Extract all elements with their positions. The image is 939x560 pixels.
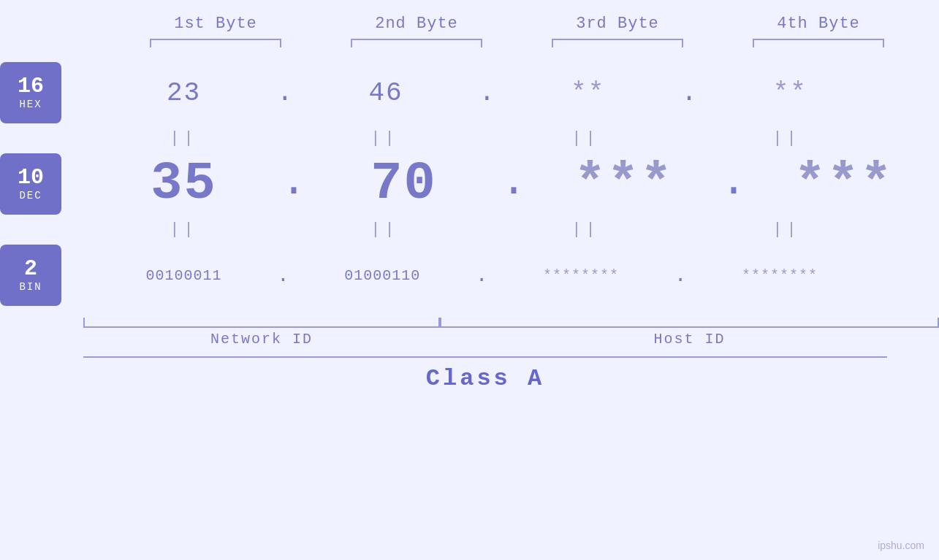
hex-base-box: 16 HEX bbox=[0, 62, 61, 123]
header-byte4: 4th Byte bbox=[718, 15, 919, 33]
top-bracket-row bbox=[0, 39, 939, 47]
bottom-bracket-row bbox=[0, 318, 939, 328]
eq1-b1: || bbox=[83, 129, 284, 147]
hex-base-label: HEX bbox=[19, 99, 42, 110]
eq2-b1: || bbox=[83, 220, 284, 239]
eq1-b3: || bbox=[485, 129, 686, 147]
bin-row: 2 BIN 00100011 . 01000110 . ******** . *… bbox=[0, 245, 939, 306]
bracket-b4 bbox=[718, 39, 919, 47]
eq1-b2: || bbox=[284, 129, 485, 147]
bin-base-label: BIN bbox=[19, 281, 42, 293]
bin-b4-cell: ******** bbox=[679, 267, 880, 284]
eq1-b4: || bbox=[686, 129, 887, 147]
bin-b3-value: ******** bbox=[543, 267, 619, 284]
bin-b2-value: 01000110 bbox=[344, 267, 420, 284]
network-bracket bbox=[83, 318, 440, 328]
dec-row: 10 DEC 35 . 70 . *** . *** bbox=[0, 153, 939, 215]
dec-b2-value: 70 bbox=[370, 154, 436, 214]
header-byte1: 1st Byte bbox=[115, 15, 316, 33]
host-id-label: Host ID bbox=[440, 331, 939, 348]
eq2-b3: || bbox=[485, 220, 686, 239]
hex-b1-value: 23 bbox=[167, 78, 201, 108]
hex-row: 16 HEX 23 . 46 . ** . ** bbox=[0, 62, 939, 123]
dec-b1-cell: 35 bbox=[83, 154, 284, 214]
class-label: Class A bbox=[426, 365, 544, 392]
hex-b1-cell: 23 bbox=[83, 78, 284, 108]
dec-base-number: 10 bbox=[18, 166, 44, 188]
hex-b4-cell: ** bbox=[690, 78, 891, 108]
hex-b2-value: 46 bbox=[369, 78, 403, 108]
watermark: ipshu.com bbox=[878, 540, 924, 551]
dec-b3-cell: *** bbox=[523, 154, 724, 214]
bin-base-box: 2 BIN bbox=[0, 245, 61, 306]
header-byte2: 2nd Byte bbox=[316, 15, 517, 33]
dec-base-box: 10 DEC bbox=[0, 153, 61, 215]
eq2-b4: || bbox=[686, 220, 887, 239]
bracket-b2 bbox=[316, 39, 517, 47]
dec-b1-value: 35 bbox=[151, 154, 216, 214]
bin-values-row: 00100011 . 01000110 . ******** . *******… bbox=[83, 264, 939, 287]
hex-b2-cell: 46 bbox=[286, 78, 487, 108]
dec-values-row: 35 . 70 . *** . *** bbox=[83, 154, 939, 214]
hex-b3-cell: ** bbox=[487, 78, 688, 108]
page-wrapper: 1st Byte 2nd Byte 3rd Byte 4th Byte 16 H… bbox=[0, 15, 939, 560]
hex-values-row: 23 . 46 . ** . ** bbox=[83, 78, 939, 108]
host-bracket bbox=[440, 318, 939, 328]
bin-b1-value: 00100011 bbox=[145, 267, 221, 284]
hex-b4-value: ** bbox=[773, 78, 807, 108]
class-section: Class A bbox=[83, 356, 887, 392]
dec-b4-value: *** bbox=[794, 154, 894, 214]
eq2-b2: || bbox=[284, 220, 485, 239]
hex-b3-value: ** bbox=[571, 78, 605, 108]
hex-base-number: 16 bbox=[18, 75, 44, 97]
bracket-b1 bbox=[115, 39, 316, 47]
bin-b3-cell: ******** bbox=[481, 267, 682, 284]
network-id-label: Network ID bbox=[83, 331, 440, 348]
bin-b4-value: ******** bbox=[742, 267, 818, 284]
bin-b2-cell: 01000110 bbox=[282, 267, 483, 284]
dec-b4-cell: *** bbox=[743, 154, 939, 214]
bracket-b3 bbox=[517, 39, 718, 47]
bin-b1-cell: 00100011 bbox=[83, 267, 284, 284]
bin-base-number: 2 bbox=[24, 258, 37, 280]
header-byte3: 3rd Byte bbox=[517, 15, 718, 33]
dec-b3-value: *** bbox=[574, 154, 674, 214]
equals-row-2: || || || || bbox=[0, 220, 939, 239]
dec-b2-cell: 70 bbox=[303, 154, 504, 214]
equals-row-1: || || || || bbox=[0, 129, 939, 147]
id-label-row: Network ID Host ID bbox=[0, 331, 939, 348]
headers-row: 1st Byte 2nd Byte 3rd Byte 4th Byte bbox=[0, 15, 939, 33]
dec-base-label: DEC bbox=[19, 190, 42, 202]
